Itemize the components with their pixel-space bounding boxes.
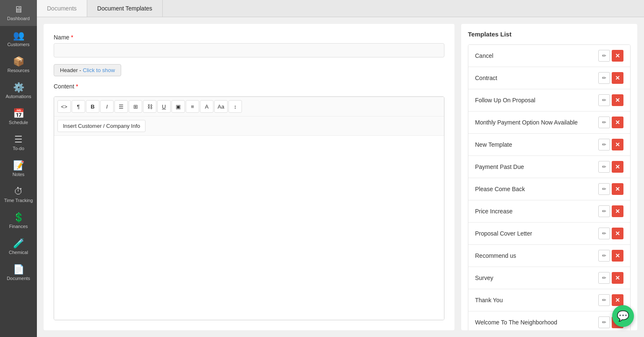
chemical-icon: 🧪 bbox=[13, 239, 24, 248]
template-delete-button-7[interactable]: ✕ bbox=[612, 183, 623, 195]
sidebar-item-todo[interactable]: ☰ To-do bbox=[0, 130, 37, 156]
template-delete-button-3[interactable]: ✕ bbox=[612, 94, 623, 106]
template-delete-button-12[interactable]: ✕ bbox=[612, 294, 623, 306]
template-actions-9: ✏ ✕ bbox=[598, 228, 623, 239]
template-edit-button-4[interactable]: ✏ bbox=[598, 117, 610, 128]
tab-documents[interactable]: Documents bbox=[37, 0, 87, 17]
template-name-7: Please Come Back bbox=[475, 186, 598, 192]
template-edit-button-12[interactable]: ✏ bbox=[598, 294, 610, 306]
todo-icon: ☰ bbox=[14, 135, 23, 144]
template-name-10: Recommend us bbox=[475, 252, 598, 259]
template-name-13: Welcome To The Neighborhood bbox=[475, 319, 598, 326]
template-row: Thank You ✏ ✕ bbox=[468, 289, 630, 311]
toolbar-bold-button[interactable]: B bbox=[86, 100, 99, 113]
template-edit-button-3[interactable]: ✏ bbox=[598, 94, 610, 106]
name-field-group: Name * bbox=[54, 34, 444, 57]
insert-customer-info-button[interactable]: Insert Customer / Company Info bbox=[57, 120, 145, 132]
template-edit-button-11[interactable]: ✏ bbox=[598, 272, 610, 284]
header-toggle-group: Header - Click to show bbox=[54, 64, 444, 76]
templates-list-title: Templates List bbox=[468, 31, 631, 38]
toolbar-line-height-button[interactable]: ↕ bbox=[229, 100, 242, 113]
template-row: Payment Past Due ✏ ✕ bbox=[468, 156, 630, 178]
sidebar-item-dashboard[interactable]: 🖥 Dashboard bbox=[0, 0, 37, 26]
template-row: Please Come Back ✏ ✕ bbox=[468, 178, 630, 200]
name-label: Name * bbox=[54, 34, 444, 41]
tabs-bar: DocumentsDocument Templates bbox=[37, 0, 644, 17]
editor-body[interactable] bbox=[54, 136, 444, 320]
toolbar-bullet-list-button[interactable]: ☰ bbox=[114, 100, 128, 113]
template-edit-button-13[interactable]: ✏ bbox=[598, 316, 610, 328]
notes-icon: 📝 bbox=[13, 161, 24, 170]
editor-toolbar: <>¶BI☰⊞⛓U▣≡AAa↕ bbox=[54, 97, 444, 117]
template-actions-6: ✏ ✕ bbox=[598, 161, 623, 173]
template-edit-button-5[interactable]: ✏ bbox=[598, 139, 610, 150]
name-input[interactable] bbox=[54, 43, 444, 57]
toolbar-font-color-button[interactable]: A bbox=[200, 100, 213, 113]
template-edit-button-8[interactable]: ✏ bbox=[598, 205, 610, 217]
toolbar-align-button[interactable]: ≡ bbox=[186, 100, 199, 113]
template-row: Survey ✏ ✕ bbox=[468, 267, 630, 289]
template-name-9: Proposal Cover Letter bbox=[475, 230, 598, 237]
template-row: New Template ✏ ✕ bbox=[468, 134, 630, 156]
toolbar-image-button[interactable]: ▣ bbox=[171, 100, 185, 113]
finances-icon: 💲 bbox=[13, 213, 24, 222]
template-actions-4: ✏ ✕ bbox=[598, 117, 623, 128]
template-delete-button-8[interactable]: ✕ bbox=[612, 205, 623, 217]
template-delete-button-4[interactable]: ✕ bbox=[612, 117, 623, 128]
sidebar-label-customers: Customers bbox=[7, 42, 29, 47]
sidebar-label-chemical: Chemical bbox=[9, 250, 28, 255]
editor-container: <>¶BI☰⊞⛓U▣≡AAa↕ Insert Customer / Compan… bbox=[54, 96, 444, 320]
sidebar-item-chemical[interactable]: 🧪 Chemical bbox=[0, 234, 37, 260]
template-edit-button-10[interactable]: ✏ bbox=[598, 250, 610, 262]
customers-icon: 👥 bbox=[13, 31, 24, 40]
toolbar-italic-button[interactable]: I bbox=[100, 100, 114, 113]
toolbar-underline-button[interactable]: U bbox=[157, 100, 171, 113]
template-name-12: Thank You bbox=[475, 297, 598, 303]
template-name-3: Follow Up On Proposal bbox=[475, 97, 598, 104]
toolbar-font-size-button[interactable]: Aa bbox=[214, 100, 228, 113]
main-content: DocumentsDocument Templates Name * Heade… bbox=[37, 0, 644, 337]
sidebar-item-finances[interactable]: 💲 Finances bbox=[0, 208, 37, 234]
template-edit-button-1[interactable]: ✏ bbox=[598, 50, 610, 62]
template-edit-button-6[interactable]: ✏ bbox=[598, 161, 610, 173]
sidebar-item-time-tracking[interactable]: ⏱ Time Tracking bbox=[0, 182, 37, 208]
toolbar-paragraph-button[interactable]: ¶ bbox=[72, 100, 85, 113]
template-name-4: Monthly Payment Option Now Available bbox=[475, 119, 598, 126]
header-toggle-button[interactable]: Header - Click to show bbox=[54, 64, 121, 76]
toolbar-code-button[interactable]: <> bbox=[57, 100, 71, 113]
template-delete-button-5[interactable]: ✕ bbox=[612, 139, 623, 150]
template-actions-10: ✏ ✕ bbox=[598, 250, 623, 262]
template-delete-button-2[interactable]: ✕ bbox=[612, 72, 623, 84]
sidebar-item-resources[interactable]: 📦 Resources bbox=[0, 52, 37, 78]
dashboard-icon: 🖥 bbox=[14, 5, 23, 14]
chat-fab-button[interactable]: 💬 bbox=[612, 305, 634, 327]
sidebar-label-automations: Automations bbox=[5, 94, 31, 99]
documents-icon: 📄 bbox=[13, 265, 24, 274]
sidebar-item-customers[interactable]: 👥 Customers bbox=[0, 26, 37, 52]
sidebar-label-dashboard: Dashboard bbox=[7, 16, 30, 21]
sidebar-item-documents[interactable]: 📄 Documents bbox=[0, 260, 37, 286]
sidebar: 🖥 Dashboard 👥 Customers 📦 Resources ⚙️ A… bbox=[0, 0, 37, 337]
sidebar-item-notes[interactable]: 📝 Notes bbox=[0, 156, 37, 182]
template-row: Cancel ✏ ✕ bbox=[468, 45, 630, 67]
template-name-2: Contract bbox=[475, 75, 598, 81]
template-list: Cancel ✏ ✕ Contract ✏ ✕ Follow Up On Pro… bbox=[468, 44, 631, 330]
template-actions-5: ✏ ✕ bbox=[598, 139, 623, 150]
template-name-8: Price Increase bbox=[475, 208, 598, 215]
sidebar-label-notes: Notes bbox=[13, 172, 25, 177]
template-delete-button-6[interactable]: ✕ bbox=[612, 161, 623, 173]
template-edit-button-9[interactable]: ✏ bbox=[598, 228, 610, 239]
template-delete-button-1[interactable]: ✕ bbox=[612, 50, 623, 62]
automations-icon: ⚙️ bbox=[13, 83, 24, 92]
template-delete-button-11[interactable]: ✕ bbox=[612, 272, 623, 284]
template-edit-button-2[interactable]: ✏ bbox=[598, 72, 610, 84]
toolbar-link-button[interactable]: ⛓ bbox=[143, 100, 156, 113]
template-edit-button-7[interactable]: ✏ bbox=[598, 183, 610, 195]
template-delete-button-9[interactable]: ✕ bbox=[612, 228, 623, 239]
sidebar-item-schedule[interactable]: 📅 Schedule bbox=[0, 104, 37, 130]
sidebar-item-automations[interactable]: ⚙️ Automations bbox=[0, 78, 37, 104]
content-label: Content * bbox=[54, 83, 444, 90]
template-delete-button-10[interactable]: ✕ bbox=[612, 250, 623, 262]
toolbar-table-button[interactable]: ⊞ bbox=[129, 100, 142, 113]
tab-document-templates[interactable]: Document Templates bbox=[87, 0, 163, 17]
